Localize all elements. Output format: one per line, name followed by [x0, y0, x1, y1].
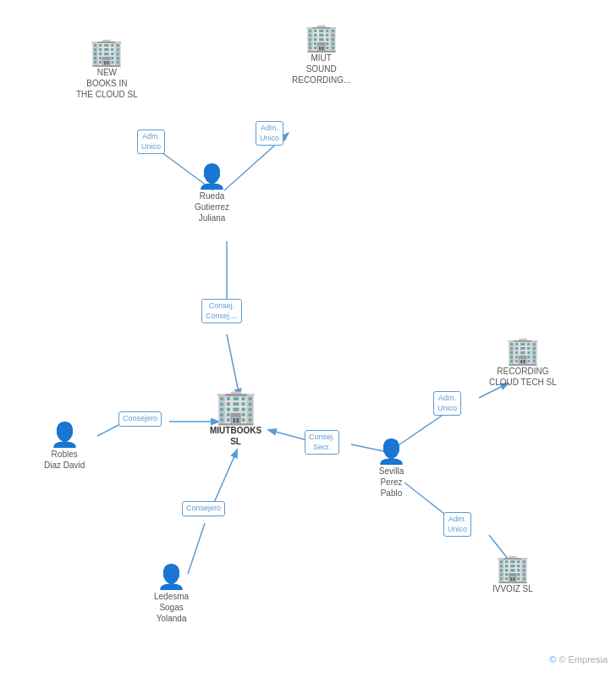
adm-unico-recording-label: Adm. Unico — [433, 391, 461, 416]
consejero-robles-label: Consejero — [118, 411, 162, 427]
sevilla-perez-icon: 👤 — [377, 440, 406, 464]
svg-line-13 — [213, 450, 237, 505]
consejero-ledesma-label: Consejero — [182, 501, 225, 516]
ivvoiz-icon: 🏢 — [496, 554, 530, 582]
adm-unico-newbooks-label: Adm. Unico — [137, 130, 165, 154]
adm-unico-newbooks-badge: Adm. Unico — [137, 130, 165, 154]
diagram: 🏢 NEW BOOKS IN THE CLOUD SL 🏢 MIUT SOUND… — [0, 0, 616, 673]
ledesma-icon: 👤 — [157, 565, 186, 589]
sevilla-perez-label: Sevilla Perez Pablo — [379, 466, 404, 499]
miut-sound-node: 🏢 MIUT SOUND RECORDING... — [292, 24, 350, 86]
rueda-gutierrez-node: 👤 Rueda Gutierrez Juliana — [195, 165, 229, 223]
ledesma-label: Ledesma Sogas Yolanda — [154, 591, 189, 624]
recording-cloud-icon: 🏢 — [506, 337, 540, 364]
miutbooks-icon: 🏢 — [215, 389, 257, 423]
sevilla-perez-node: 👤 Sevilla Perez Pablo — [377, 440, 406, 499]
consej-consej-label: Consej. Consej.... — [201, 299, 242, 323]
watermark-copy: © — [549, 654, 556, 665]
robles-diaz-label: Robles Diaz David — [44, 449, 85, 471]
consej-secr-label: Consej. Secr. — [305, 430, 339, 455]
miut-sound-icon: 🏢 — [305, 24, 338, 51]
miutbooks-node: 🏢 MIUTBOOKS SL — [210, 389, 261, 447]
svg-line-12 — [188, 523, 205, 574]
consej-consej-badge: Consej. Consej.... — [201, 299, 242, 323]
miut-sound-label: MIUT SOUND RECORDING... — [292, 52, 350, 86]
recording-cloud-node: 🏢 RECORDING CLOUD TECH SL — [489, 337, 557, 388]
ivvoiz-node: 🏢 IVVOIZ SL — [492, 554, 533, 594]
svg-line-7 — [269, 430, 307, 440]
watermark-text: © Empresia — [558, 654, 608, 665]
robles-diaz-node: 👤 Robles Diaz David — [44, 423, 85, 471]
ledesma-node: 👤 Ledesma Sogas Yolanda — [154, 565, 189, 624]
watermark: © © Empresia — [549, 654, 608, 665]
adm-unico-ivvoiz-badge: Adm. Unico — [443, 512, 471, 537]
consejero-robles-badge: Consejero — [118, 411, 162, 427]
consejero-ledesma-badge: Consejero — [182, 501, 225, 516]
recording-cloud-label: RECORDING CLOUD TECH SL — [489, 366, 557, 388]
new-books-label: NEW BOOKS IN THE CLOUD SL — [76, 67, 138, 100]
rueda-gutierrez-icon: 👤 — [197, 165, 227, 189]
consej-secr-badge: Consej. Secr. — [305, 430, 339, 455]
ivvoiz-label: IVVOIZ SL — [492, 583, 533, 594]
new-books-node: 🏢 NEW BOOKS IN THE CLOUD SL — [76, 38, 138, 100]
adm-unico-recording-badge: Adm. Unico — [433, 391, 461, 416]
new-books-icon: 🏢 — [90, 38, 124, 65]
adm-unico-miutsound-label: Adm. Unico — [256, 121, 283, 146]
rueda-gutierrez-label: Rueda Gutierrez Juliana — [195, 190, 229, 223]
adm-unico-miutsound-badge: Adm. Unico — [256, 121, 283, 146]
adm-unico-ivvoiz-label: Adm. Unico — [443, 512, 471, 537]
robles-diaz-icon: 👤 — [50, 423, 80, 447]
miutbooks-label: MIUTBOOKS SL — [210, 425, 261, 447]
